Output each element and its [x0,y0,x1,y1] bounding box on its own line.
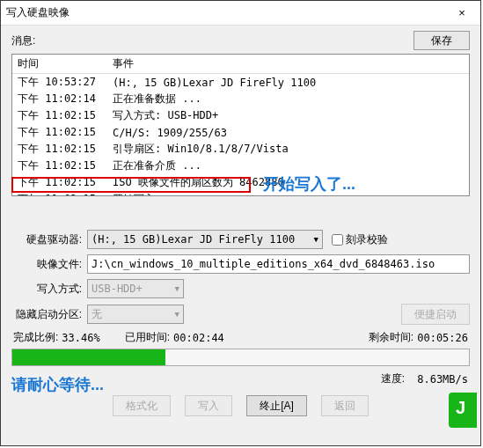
progress-bar [11,349,470,366]
abort-button[interactable]: 终止[A] [246,395,307,416]
message-row: 消息: 保存 [1,26,480,54]
window-title: 写入硬盘映像 [6,5,449,20]
table-row: 下午 11:02:14正在准备数据 ... [12,91,469,107]
done-label: 完成比例: [13,330,58,345]
table-row: 下午 10:53:27(H:, 15 GB)Lexar JD FireFly 1… [12,74,469,92]
write-mode-value: USB-HDD+ [91,283,143,295]
logo-badge [449,393,477,428]
annotation-start-write: 开始写入了... [263,173,355,195]
speed-label: 速度: [381,371,405,386]
table-row: 下午 11:02:15正在准备介质 ... [12,158,469,174]
drive-label: 硬盘驱动器: [11,232,82,247]
titlebar: 写入硬盘映像 × [1,1,480,26]
table-row: 下午 11:02:15C/H/S: 1909/255/63 [12,124,469,141]
log-box[interactable]: 时间 事件 下午 10:53:27(H:, 15 GB)Lexar JD Fir… [11,54,470,196]
form-area: 硬盘驱动器: (H:, 15 GB)Lexar JD FireFly 1100 … [11,230,470,325]
format-button: 格式化 [113,395,171,416]
remain-label: 剩余时间: [369,330,413,345]
col-event: 事件 [107,55,469,74]
hidden-boot-dropdown[interactable]: 无 ▼ [87,305,184,324]
hidden-boot-value: 无 [91,307,102,322]
verify-check-input[interactable] [332,234,343,246]
verify-label: 刻录校验 [346,232,388,247]
save-button[interactable]: 保存 [413,31,470,50]
dialog-window: 写入硬盘映像 × 消息: 保存 时间 事件 下午 10:53:27(H:, 15… [0,0,481,446]
verify-checkbox[interactable]: 刻录校验 [332,232,388,247]
done-value: 33.46% [62,332,99,344]
drive-value: (H:, 15 GB)Lexar JD FireFly 1100 [91,233,295,246]
stats-row: 完成比例: 33.46% 已用时间: 00:02:44 剩余时间: 00:05:… [13,330,468,345]
write-mode-dropdown[interactable]: USB-HDD+ ▼ [87,279,184,298]
remain-value: 00:05:26 [417,332,468,344]
message-label: 消息: [11,33,47,48]
col-time: 时间 [12,55,107,74]
image-label: 映像文件: [11,257,82,272]
elapsed-value: 00:02:44 [173,332,224,344]
write-button: 写入 [185,395,232,416]
button-row: 格式化 写入 终止[A] 返回 [1,395,480,416]
table-row: 下午 11:02:15引导扇区: Win10/8.1/8/7/Vista [12,141,469,158]
hidden-boot-label: 隐藏启动分区: [11,307,82,322]
log-table: 时间 事件 下午 10:53:27(H:, 15 GB)Lexar JD Fir… [12,55,469,196]
elapsed-label: 已用时间: [125,330,170,345]
progress-fill [12,349,165,365]
chevron-down-icon: ▼ [170,310,179,319]
table-row: 下午 11:02:15开始写入 ... [12,191,469,196]
quick-boot-button: 便捷启动 [401,304,470,325]
back-button: 返回 [321,395,369,416]
close-icon[interactable]: × [449,6,475,19]
chevron-down-icon: ▼ [170,284,179,293]
speed-value: 8.63MB/s [417,373,468,386]
table-row: 下午 11:02:15写入方式: USB-HDD+ [12,107,469,124]
table-row: 下午 11:02:15ISO 映像文件的扇区数为 8462880 [12,174,469,191]
write-mode-label: 写入方式: [11,282,82,297]
annotation-please-wait: 请耐心等待... [11,374,104,395]
chevron-down-icon: ▼ [309,235,318,244]
drive-dropdown[interactable]: (H:, 15 GB)Lexar JD FireFly 1100 ▼ [87,230,323,249]
image-file-field[interactable] [87,254,470,274]
